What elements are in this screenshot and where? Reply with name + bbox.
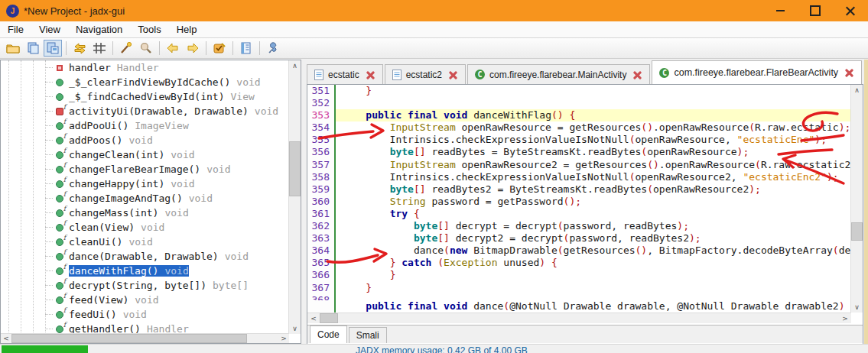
tab-com-fireeye-flarebear-mainactivity[interactable]: Ccom.fireeye.flarebear.MainActivity: [467, 64, 650, 84]
code-line-356[interactable]: 356 byte[] readBytes = ByteStreamsKt.rea…: [307, 146, 851, 158]
tree-item-changeflarebearimage-[interactable]: changeFlareBearImage()void: [1, 162, 289, 176]
method-green-icon: [55, 165, 64, 174]
search-icon[interactable]: [137, 40, 155, 57]
editor-horizontal-scrollbar[interactable]: < >: [307, 313, 851, 323]
tree-item-changemass-int-[interactable]: changeMass(int)void: [1, 206, 289, 220]
code-line-353[interactable]: 353 public final void danceWithFlag() {: [307, 109, 851, 121]
menu-bar: FileViewNavigationToolsHelp: [0, 21, 868, 38]
tree-item--findcachedviewbyid-int-[interactable]: _$_findCachedViewById(int)View: [1, 89, 289, 104]
member-type: void: [171, 178, 194, 189]
code-line-354[interactable]: 354 InputStream openRawResource = getRes…: [307, 121, 851, 134]
code-line-367[interactable]: 367 }: [307, 282, 851, 294]
tree-connector: [45, 111, 53, 112]
member-name: feedUi(): [69, 309, 117, 320]
code-line-360[interactable]: 360 String password = getPassword();: [307, 196, 851, 208]
menu-tools[interactable]: Tools: [130, 21, 168, 38]
minimize-button[interactable]: [762, 0, 798, 21]
method-green-icon: [55, 151, 64, 160]
tree-connector: [45, 227, 53, 228]
bottom-tab-code[interactable]: Code: [310, 325, 347, 343]
tree-item-handler[interactable]: handlerHandler: [1, 60, 289, 75]
menu-view[interactable]: View: [31, 21, 68, 38]
code-smali-tabs: CodeSmali: [307, 325, 863, 343]
tree-item-gethandler-[interactable]: getHandler()Handler: [1, 322, 289, 334]
code-line-366[interactable]: 366 }: [307, 269, 851, 281]
line-number: 359: [307, 183, 336, 196]
field-icon: [55, 63, 64, 73]
member-name: addPoos(): [69, 134, 122, 146]
tree-vertical-scrollbar[interactable]: ∧ ∨: [288, 60, 301, 334]
tab-ecstatic2[interactable]: ecstatic2: [385, 64, 466, 84]
menu-help[interactable]: Help: [169, 21, 205, 38]
tree-item-cleanui-[interactable]: cleanUi()void: [1, 235, 289, 249]
tree-item-changeclean-int-[interactable]: changeClean(int)void: [1, 147, 289, 162]
code-line-358[interactable]: 358 Intrinsics.checkExpressionValueIsNot…: [307, 171, 851, 183]
member-type: Handler: [147, 323, 189, 334]
member-type: void: [141, 222, 164, 233]
tree-item-dance-drawable-drawable-[interactable]: dance(Drawable, Drawable)void: [1, 249, 289, 264]
method-green-icon: [55, 281, 64, 290]
export-icon[interactable]: [44, 40, 62, 57]
member-type: void: [236, 76, 260, 88]
deobfuscation-icon[interactable]: [90, 40, 109, 57]
tree-horizontal-scrollbar[interactable]: < >: [1, 333, 289, 343]
tree-item-decrypt-string-byte-[interactable]: decrypt(String, byte[])byte[]: [1, 278, 289, 293]
tab-label: ecstatic2: [406, 70, 442, 80]
tree-item-changehappy-int-[interactable]: changeHappy(int)void: [1, 176, 289, 191]
maximize-button[interactable]: [798, 0, 833, 21]
bottom-tab-smali[interactable]: Smali: [349, 327, 387, 343]
log-viewer-icon[interactable]: [237, 40, 255, 57]
tree-item-dancewithflag-[interactable]: danceWithFlag()void: [1, 264, 289, 278]
save-all-icon[interactable]: [24, 40, 42, 57]
tree-item-addpooui-[interactable]: addPooUi()ImageView: [1, 118, 289, 133]
editor-vertical-scrollbar[interactable]: ∧ ∨: [850, 85, 863, 313]
sync-icon[interactable]: [70, 40, 89, 57]
tree-item-addpoos-[interactable]: addPoos()void: [1, 133, 289, 147]
line-number: 358: [307, 171, 336, 183]
member-type: void: [171, 149, 194, 160]
code-line-351[interactable]: 351 }: [307, 85, 851, 97]
tree-connector: [45, 125, 53, 126]
tab-close-icon[interactable]: [844, 68, 854, 77]
panel-splitter[interactable]: [301, 60, 307, 344]
code-line-361[interactable]: 361 try {: [307, 208, 851, 220]
tree-connector: [45, 82, 53, 83]
close-button[interactable]: [833, 0, 868, 21]
tree-item-feed-view-[interactable]: feed(View)void: [1, 293, 289, 307]
code-line-359[interactable]: 359 byte[] readBytes2 = ByteStreamsKt.re…: [307, 183, 851, 196]
tab-close-icon[interactable]: [366, 70, 375, 79]
member-name: changeHappy(int): [69, 178, 164, 189]
preferences-icon[interactable]: [210, 40, 229, 57]
code-line-363[interactable]: 363 byte[] decrypt2 = decrypt(password, …: [307, 232, 851, 245]
editor-panel: ecstaticecstatic2Ccom.fireeye.flarebear.…: [307, 60, 863, 344]
tree-item-clean-view-[interactable]: clean(View)void: [1, 220, 289, 235]
code-line-365[interactable]: 365 } catch (Exception unused) {: [307, 257, 851, 269]
method-green-icon: [55, 238, 64, 247]
tree-item-activityui-drawable-drawable-[interactable]: activityUi(Drawable, Drawable)void: [1, 104, 289, 118]
tree-item--clearfindviewbyidcache-[interactable]: _$_clearFindViewByIdCache()void: [1, 75, 289, 89]
code-line-352[interactable]: 352: [307, 97, 851, 109]
class-tree-panel: handlerHandler_$_clearFindViewByIdCache(…: [0, 60, 301, 344]
tab-ecstatic[interactable]: ecstatic: [307, 64, 383, 84]
tab-close-icon[interactable]: [632, 70, 642, 79]
menu-navigation[interactable]: Navigation: [68, 21, 130, 38]
code-line-355[interactable]: 355 Intrinsics.checkExpressionValueIsNot…: [307, 134, 851, 146]
nav-forward-icon[interactable]: [184, 40, 202, 57]
nav-back-icon[interactable]: [164, 40, 182, 57]
tab-close-icon[interactable]: [448, 70, 458, 79]
tree-item-changeimageandtag-[interactable]: changeImageAndTag()void: [1, 191, 289, 206]
tools-icon[interactable]: [264, 40, 282, 57]
method-green-icon: [55, 310, 64, 319]
code-editor[interactable]: 351 }352353 public final void danceWithF…: [307, 84, 863, 353]
code-line-364[interactable]: 364 dance(new BitmapDrawable(getResource…: [307, 245, 851, 257]
tab-com-fireeye-flarebear-flarebearactivity[interactable]: Ccom.fireeye.flarebear.FlareBearActivity: [652, 60, 862, 84]
tree-connector: [45, 96, 53, 97]
tree-item-feedui-[interactable]: feedUi()void: [1, 307, 289, 322]
open-file-icon[interactable]: [4, 40, 22, 57]
quark-icon[interactable]: [117, 40, 135, 57]
code-line-362[interactable]: 362 byte[] decrypt = decrypt(password, r…: [307, 220, 851, 232]
menu-file[interactable]: File: [0, 21, 31, 38]
member-type: void: [128, 134, 152, 146]
code-area[interactable]: 351 }352353 public final void danceWithF…: [307, 85, 851, 313]
code-line-357[interactable]: 357 InputStream openRawResource2 = getRe…: [307, 159, 851, 171]
